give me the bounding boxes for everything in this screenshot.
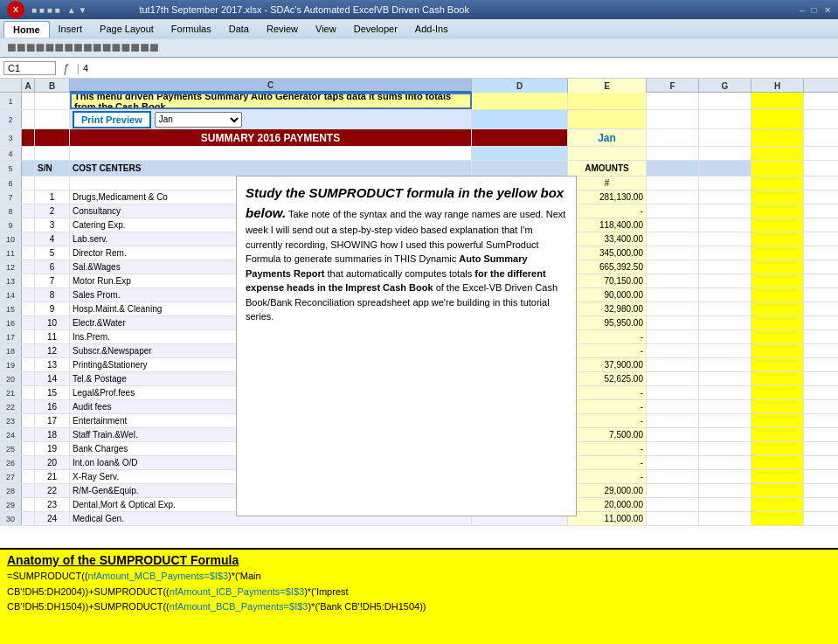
cell-e30-amount[interactable]: 11,000.00 [568,512,647,525]
cell-e22-amount[interactable]: - [568,400,647,413]
cell-g13[interactable] [699,274,751,287]
tab-developer[interactable]: Developer [345,21,406,38]
cell-a5[interactable] [22,161,35,176]
cell-c5-cost[interactable]: COST CENTERS [70,161,472,176]
cell-b6[interactable] [35,177,70,190]
cell-f23[interactable] [647,414,699,427]
cell-a12[interactable] [22,260,35,274]
cell-f11[interactable] [647,246,699,260]
cell-b26-sn[interactable]: 20 [35,456,70,469]
cell-g25[interactable] [699,442,751,455]
cell-h25[interactable] [751,442,804,455]
cell-a25[interactable] [22,442,35,455]
cell-e8-amount[interactable]: - [568,204,647,218]
formula-input[interactable] [83,63,835,73]
tab-insert[interactable]: Insert [50,21,92,38]
cell-f19[interactable] [647,358,699,371]
cell-g29[interactable] [699,498,751,511]
cell-g26[interactable] [699,456,751,469]
cell-a3[interactable] [22,129,35,146]
cell-e18-amount[interactable]: - [568,344,647,357]
col-header-c[interactable]: C [70,79,472,93]
cell-h14[interactable] [751,288,804,301]
cell-e12-amount[interactable]: 665,392.50 [568,260,647,274]
cell-h28[interactable] [751,484,804,497]
cell-h4[interactable] [751,147,804,160]
cell-f13[interactable] [647,274,699,287]
cell-e15-amount[interactable]: 32,980.00 [568,302,647,315]
cell-g24[interactable] [699,428,751,441]
cell-e1[interactable] [568,93,647,109]
cell-a7[interactable] [22,190,35,204]
cell-b27-sn[interactable]: 21 [35,470,70,483]
cell-g14[interactable] [699,288,751,301]
cell-b24-sn[interactable]: 18 [35,428,70,441]
cell-h19[interactable] [751,358,804,371]
cell-a1[interactable] [22,93,35,109]
cell-c2[interactable]: Print Preview JanFebMar [70,110,472,128]
tab-data[interactable]: Data [220,21,258,38]
cell-f12[interactable] [647,260,699,274]
cell-a20[interactable] [22,372,35,385]
cell-h8[interactable] [751,204,804,218]
cell-f7[interactable] [647,190,699,204]
cell-h3[interactable] [751,129,804,146]
cell-f22[interactable] [647,400,699,413]
cell-g3[interactable] [699,129,751,146]
cell-e6-hash[interactable]: # [568,177,647,190]
cell-b12-sn[interactable]: 6 [35,260,70,274]
cell-d5[interactable] [472,161,568,176]
cell-f24[interactable] [647,428,699,441]
cell-g19[interactable] [699,358,751,371]
tab-review[interactable]: Review [258,21,307,38]
cell-g7[interactable] [699,190,751,204]
cell-e29-amount[interactable]: 20,000.00 [568,498,647,511]
cell-f14[interactable] [647,288,699,301]
cell-g23[interactable] [699,414,751,427]
cell-b28-sn[interactable]: 22 [35,484,70,497]
cell-h21[interactable] [751,386,804,399]
cell-d2[interactable] [472,110,568,128]
cell-g10[interactable] [699,232,751,246]
cell-h7[interactable] [751,190,804,204]
col-header-g[interactable]: G [699,79,751,93]
cell-b2[interactable] [35,110,70,128]
col-header-a[interactable]: A [22,79,35,93]
cell-a30[interactable] [22,512,35,525]
cell-g28[interactable] [699,484,751,497]
cell-f17[interactable] [647,330,699,343]
cell-a15[interactable] [22,302,35,315]
tab-home[interactable]: Home [3,21,50,38]
cell-e2[interactable] [568,110,647,128]
cell-e20-amount[interactable]: 52,625.00 [568,372,647,385]
cell-b15-sn[interactable]: 9 [35,302,70,315]
cell-f21[interactable] [647,386,699,399]
cell-b5-sn[interactable]: S/N [35,161,70,176]
cell-g8[interactable] [699,204,751,218]
cell-f4[interactable] [647,147,699,160]
cell-b21-sn[interactable]: 15 [35,386,70,399]
cell-h12[interactable] [751,260,804,274]
cell-f15[interactable] [647,302,699,315]
col-header-h[interactable]: H [751,79,804,93]
cell-e17-amount[interactable]: - [568,330,647,343]
cell-c3[interactable]: SUMMARY 2016 PAYMENTS [70,129,472,146]
cell-f30[interactable] [647,512,699,525]
cell-g11[interactable] [699,246,751,260]
cell-f25[interactable] [647,442,699,455]
cell-e16-amount[interactable]: 95,950.00 [568,316,647,329]
cell-h1[interactable] [751,93,804,109]
cell-a26[interactable] [22,456,35,469]
cell-g5[interactable] [699,161,751,176]
cell-b9-sn[interactable]: 3 [35,218,70,232]
cell-e23-amount[interactable]: - [568,414,647,427]
cell-b14-sn[interactable]: 8 [35,288,70,301]
cell-h26[interactable] [751,456,804,469]
cell-g1[interactable] [699,93,751,109]
cell-b22-sn[interactable]: 16 [35,400,70,413]
cell-g9[interactable] [699,218,751,232]
cell-e19-amount[interactable]: 37,900.00 [568,358,647,371]
cell-a9[interactable] [22,218,35,232]
cell-d1[interactable] [472,93,568,109]
cell-e3[interactable]: Jan [568,129,647,146]
